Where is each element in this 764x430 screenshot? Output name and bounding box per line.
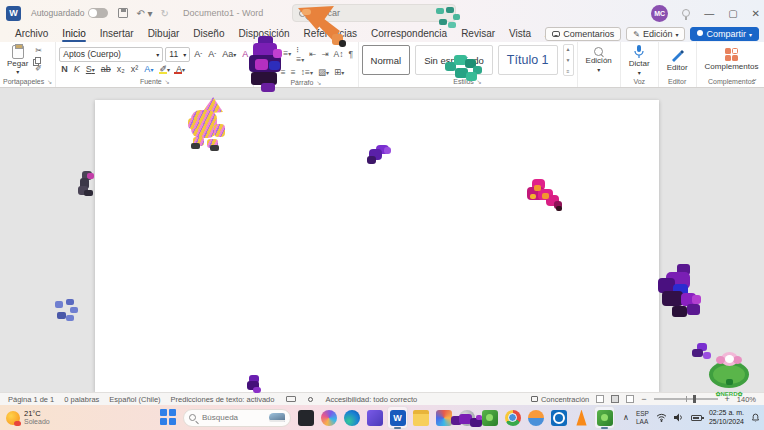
bold-button[interactable]: N (59, 64, 70, 74)
justify-button[interactable]: ≡ (289, 67, 297, 77)
taskbar-icon-explorer[interactable] (410, 406, 431, 429)
taskbar-icon-edge[interactable] (341, 406, 362, 429)
dialog-launcher-icon[interactable]: ↘ (316, 79, 321, 86)
dialog-launcher-icon[interactable]: ↘ (47, 78, 52, 85)
document-page[interactable] (95, 100, 659, 392)
minimize-button[interactable]: — (704, 8, 714, 19)
status-item-3[interactable]: Predicciones de texto: activado (171, 395, 275, 404)
sprite-lotad-pet[interactable]: ✿NERD✿ (702, 349, 756, 389)
language-indicator[interactable]: ESP LAA (636, 410, 649, 425)
ribbon-tab-insertar[interactable]: Insertar (93, 27, 141, 41)
text-effects-button[interactable]: A▾ (142, 64, 155, 74)
shading-button[interactable]: ▨▾ (316, 67, 330, 77)
format-painter-button[interactable]: ✐ (35, 65, 42, 74)
styles-gallery-scrollbar[interactable]: ▲▼≡ (563, 44, 574, 76)
focus-mode-button[interactable]: Concentración (531, 395, 589, 404)
restore-button[interactable]: ▢ (728, 8, 737, 19)
taskbar-icon-copilot[interactable] (318, 406, 339, 429)
print-layout-button[interactable] (611, 395, 619, 403)
copy-button[interactable] (35, 57, 42, 64)
status-item-2[interactable]: Español (Chile) (109, 395, 160, 404)
dictate-button[interactable]: Dictar ▾ (624, 44, 655, 76)
font-name-select[interactable]: Aptos (Cuerpo)▾ (59, 47, 163, 62)
taskbar-icon-vstudio[interactable] (364, 406, 385, 429)
cut-button[interactable]: ✂ (35, 47, 42, 56)
taskbar-icon-outlook[interactable] (548, 406, 569, 429)
editing-mode-button[interactable]: ✎ Edición ▾ (626, 27, 685, 41)
sprite-striped-pet[interactable] (188, 97, 226, 151)
sprite-orange-arrow-pet[interactable] (296, 6, 348, 48)
status-item-0[interactable]: Página 1 de 1 (8, 395, 54, 404)
sprite-blue-bits-pet[interactable] (55, 299, 79, 323)
highlight-button[interactable]: ✐▾ (157, 64, 172, 74)
ribbon-tab-correspondencia[interactable]: Correspondencia (364, 27, 454, 41)
weather-widget[interactable]: 21°C Soleado (6, 410, 50, 426)
taskbar-icon-game[interactable] (479, 406, 500, 429)
sprite-big-purple-pet[interactable] (654, 264, 702, 320)
show-marks-button[interactable]: ¶ (347, 49, 355, 59)
underline-button[interactable]: S▾ (84, 64, 97, 74)
ribbon-tab-inicio[interactable]: Inicio (55, 27, 92, 41)
start-button[interactable] (160, 409, 177, 426)
style-normal[interactable]: Normal (362, 45, 411, 75)
sprite-purple-comma-pet[interactable] (367, 145, 393, 165)
undo-icon[interactable]: ↶ ▾ (136, 8, 152, 19)
comments-button[interactable]: Comentarios (545, 27, 621, 41)
italic-button[interactable]: K (72, 64, 82, 74)
redo-icon[interactable]: ↻ (161, 8, 169, 19)
superscript-button[interactable]: x² (129, 64, 141, 74)
sprite-teal-bits-pet[interactable] (436, 7, 462, 29)
close-button[interactable]: ✕ (752, 8, 760, 19)
taskbar-search[interactable] (183, 409, 291, 427)
taskbar-icon-word[interactable] (387, 406, 408, 429)
notifications-icon[interactable] (751, 413, 760, 422)
shrink-font-button[interactable]: Aˇ (206, 49, 218, 59)
save-icon[interactable] (118, 8, 128, 18)
status-item-4[interactable]: Accesibilidad: todo correcto (325, 395, 417, 404)
autosave-control[interactable]: Autoguardado (31, 8, 108, 18)
style-heading1[interactable]: Título 1 (498, 45, 558, 75)
addins-button[interactable]: Complementos (700, 48, 764, 71)
zoom-slider[interactable] (654, 398, 718, 400)
status-item-1[interactable]: 0 palabras (64, 395, 99, 404)
editor-button[interactable]: Editor (662, 48, 693, 72)
web-layout-button[interactable] (626, 395, 634, 403)
editing-button[interactable]: Edición ▾ (581, 47, 617, 73)
avatar[interactable]: MC (651, 5, 668, 22)
sprite-pink-fish-pet[interactable] (525, 179, 561, 213)
increase-indent-button[interactable]: ⇥ (320, 49, 330, 59)
read-mode-button[interactable] (596, 395, 604, 403)
zoom-slider-thumb[interactable] (693, 395, 696, 403)
borders-button[interactable]: ⊞▾ (333, 67, 346, 77)
strikethrough-button[interactable]: ab (99, 64, 113, 74)
sprite-purple-status-pet[interactable] (245, 375, 262, 393)
ribbon-tab-revisar[interactable]: Revisar (454, 27, 502, 41)
tray-expand-icon[interactable]: ∧ (623, 413, 629, 422)
ribbon-tab-archivo[interactable]: Archivo (8, 27, 55, 41)
sort-button[interactable]: A↕ (332, 49, 345, 59)
clock[interactable]: 02:25 a. m. 25/10/2024 (709, 409, 744, 426)
font-size-select[interactable]: 11▾ (165, 47, 190, 62)
change-case-button[interactable]: Aa▾ (220, 49, 238, 59)
share-button[interactable]: Compartir ▾ (690, 27, 759, 41)
decrease-indent-button[interactable]: ⇤ (308, 49, 318, 59)
collapse-ribbon-button[interactable]: ⌄ (751, 74, 758, 83)
volume-icon[interactable] (674, 413, 684, 422)
sprite-purple-ribbon-pet[interactable] (248, 36, 284, 94)
ribbon-tab-vista[interactable]: Vista (502, 27, 538, 41)
sprite-dark-seahorse-pet[interactable] (76, 171, 96, 197)
taskbar-search-input[interactable] (200, 412, 262, 423)
grow-font-button[interactable]: Aˆ (192, 49, 204, 59)
taskbar-icon-taskview[interactable] (295, 406, 316, 429)
taskbar-icon-paint[interactable] (525, 406, 546, 429)
subscript-button[interactable]: x₂ (115, 64, 127, 74)
font-color-button[interactable]: A▾ (174, 64, 187, 74)
idea-icon[interactable] (682, 9, 690, 17)
taskbar-icon-game2[interactable] (594, 406, 615, 429)
sprite-teal-crab-pet[interactable] (445, 55, 483, 82)
word-logo-icon[interactable]: W (6, 6, 21, 21)
line-spacing-button[interactable]: ↕≡▾ (299, 67, 314, 77)
ribbon-tab-dibujar[interactable]: Dibujar (141, 27, 187, 41)
dialog-launcher-icon[interactable]: ↘ (165, 78, 170, 85)
ribbon-tab-diseño[interactable]: Diseño (186, 27, 231, 41)
